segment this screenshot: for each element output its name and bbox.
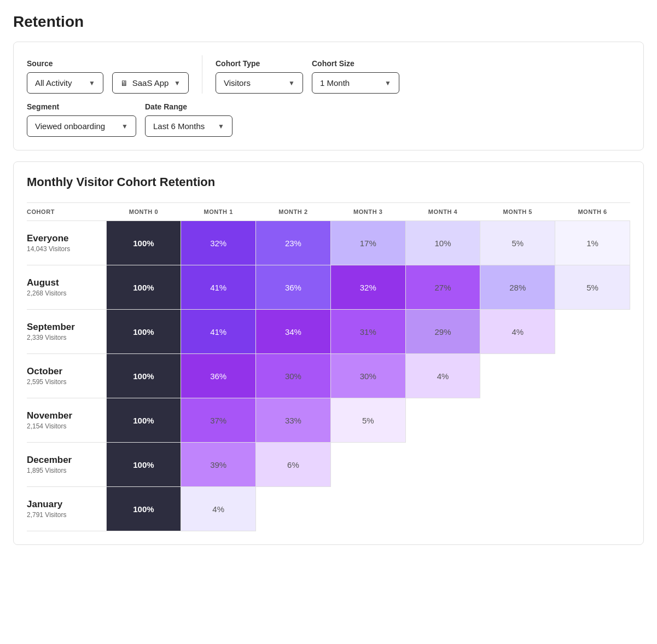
cell-october-month-3: 30% xyxy=(330,354,405,398)
cell-december-month-1: 39% xyxy=(181,443,256,487)
date-range-select[interactable]: Last 6 Months ▼ xyxy=(145,115,232,137)
date-range-value: Last 6 Months xyxy=(153,121,205,131)
header-month-6: MONTH 6 xyxy=(555,203,630,221)
cell-august-month-6: 5% xyxy=(555,265,630,310)
cell-value: 100% xyxy=(107,310,181,353)
cell-value: 41% xyxy=(181,310,255,353)
header-month-0: MONTH 0 xyxy=(106,203,181,221)
cell-september-month-5: 4% xyxy=(480,310,555,354)
cell-august-month-0: 100% xyxy=(106,265,181,310)
table-header-row: COHORTMONTH 0MONTH 1MONTH 2MONTH 3MONTH … xyxy=(27,203,630,221)
cell-value: 6% xyxy=(256,443,330,486)
source-filter-group: Source All Activity ▼ xyxy=(27,59,103,94)
filter-divider xyxy=(202,55,202,94)
cell-november-month-2: 33% xyxy=(256,398,331,443)
table-row: January2,791 Visitors100%4% xyxy=(27,487,630,531)
table-row: September2,339 Visitors100%41%34%31%29%4… xyxy=(27,310,630,354)
cohort-size-value: 1 Month xyxy=(320,78,350,88)
table-row: October2,595 Visitors100%36%30%30%4% xyxy=(27,354,630,398)
cohort-type-chevron-icon: ▼ xyxy=(288,79,295,87)
segment-chevron-icon: ▼ xyxy=(121,123,128,130)
cell-september-month-3: 31% xyxy=(330,310,405,354)
cell-october-month-4: 4% xyxy=(405,354,480,398)
cell-value: 39% xyxy=(181,443,255,486)
cell-value: 10% xyxy=(406,221,480,265)
cohort-cell-january: January2,791 Visitors xyxy=(27,487,106,531)
table-row: August2,268 Visitors100%41%36%32%27%28%5… xyxy=(27,265,630,310)
cohort-name: October xyxy=(27,366,102,377)
cell-september-month-1: 41% xyxy=(181,310,256,354)
cell-value: 100% xyxy=(107,487,181,531)
cohort-size-chevron-icon: ▼ xyxy=(385,79,391,87)
date-range-label: Date Range xyxy=(145,102,232,111)
cell-october-month-5 xyxy=(480,354,555,398)
cell-value: 5% xyxy=(480,221,555,265)
cohort-cell-everyone: Everyone14,043 Visitors xyxy=(27,221,106,265)
cell-everyone-month-0: 100% xyxy=(106,221,181,265)
cell-value: 100% xyxy=(107,398,181,442)
cell-september-month-4: 29% xyxy=(405,310,480,354)
cohort-size-label: Cohort Size xyxy=(312,59,399,68)
cell-august-month-5: 28% xyxy=(480,265,555,310)
header-cohort: COHORT xyxy=(27,203,106,221)
source-label: Source xyxy=(27,59,103,68)
cell-value: 5% xyxy=(555,265,630,309)
segment-select[interactable]: Viewed onboarding ▼ xyxy=(27,115,136,137)
header-month-3: MONTH 3 xyxy=(330,203,405,221)
page-title: Retention xyxy=(13,13,644,31)
cell-value: 100% xyxy=(107,221,181,265)
monitor-icon: 🖥 xyxy=(120,79,128,88)
cohort-panel: Monthly Visitor Cohort Retention COHORTM… xyxy=(13,161,644,545)
cell-value: 100% xyxy=(107,354,181,398)
segment-filter-group: Segment Viewed onboarding ▼ xyxy=(27,102,136,137)
segment-label: Segment xyxy=(27,102,136,111)
cell-december-month-3 xyxy=(330,443,405,487)
cohort-size-select[interactable]: 1 Month ▼ xyxy=(312,72,399,94)
cell-value: 34% xyxy=(256,310,330,353)
cell-january-month-5 xyxy=(480,487,555,531)
cohort-cell-november: November2,154 Visitors xyxy=(27,398,106,443)
header-month-1: MONTH 1 xyxy=(181,203,256,221)
cohort-name: January xyxy=(27,499,102,510)
cell-august-month-1: 41% xyxy=(181,265,256,310)
cell-november-month-3: 5% xyxy=(330,398,405,443)
activity-select[interactable]: All Activity ▼ xyxy=(27,72,103,94)
cell-october-month-6 xyxy=(555,354,630,398)
cell-september-month-2: 34% xyxy=(256,310,331,354)
saas-select[interactable]: 🖥 SaaS App ▼ xyxy=(112,72,189,94)
cell-value: 30% xyxy=(331,354,405,398)
activity-value: All Activity xyxy=(35,78,72,88)
cohort-name: Everyone xyxy=(27,233,102,244)
cohort-visitors: 2,339 Visitors xyxy=(27,334,102,341)
cell-value: 100% xyxy=(107,265,181,309)
date-range-chevron-icon: ▼ xyxy=(218,123,224,130)
cell-value: 41% xyxy=(181,265,255,309)
activity-chevron-icon: ▼ xyxy=(89,79,95,87)
cohort-cell-august: August2,268 Visitors xyxy=(27,265,106,310)
cell-value: 4% xyxy=(480,310,555,353)
cell-january-month-2 xyxy=(256,487,331,531)
cell-december-month-0: 100% xyxy=(106,443,181,487)
cohort-name: December xyxy=(27,455,102,466)
cohort-cell-october: October2,595 Visitors xyxy=(27,354,106,398)
cohort-type-select[interactable]: Visitors ▼ xyxy=(216,72,303,94)
header-month-4: MONTH 4 xyxy=(405,203,480,221)
cell-everyone-month-4: 10% xyxy=(405,221,480,265)
cell-december-month-4 xyxy=(405,443,480,487)
cell-december-month-2: 6% xyxy=(256,443,331,487)
cell-november-month-6 xyxy=(555,398,630,443)
segment-value: Viewed onboarding xyxy=(35,121,105,131)
cell-january-month-3 xyxy=(330,487,405,531)
cell-october-month-0: 100% xyxy=(106,354,181,398)
saas-value: SaaS App xyxy=(132,78,169,88)
cell-october-month-1: 36% xyxy=(181,354,256,398)
cohort-panel-title: Monthly Visitor Cohort Retention xyxy=(27,175,630,189)
cell-january-month-1: 4% xyxy=(181,487,256,531)
cell-january-month-0: 100% xyxy=(106,487,181,531)
table-row: November2,154 Visitors100%37%33%5% xyxy=(27,398,630,443)
cell-august-month-3: 32% xyxy=(330,265,405,310)
cohort-visitors: 2,268 Visitors xyxy=(27,289,102,297)
cell-value: 36% xyxy=(256,265,330,309)
cell-everyone-month-2: 23% xyxy=(256,221,331,265)
cohort-visitors: 14,043 Visitors xyxy=(27,245,102,253)
